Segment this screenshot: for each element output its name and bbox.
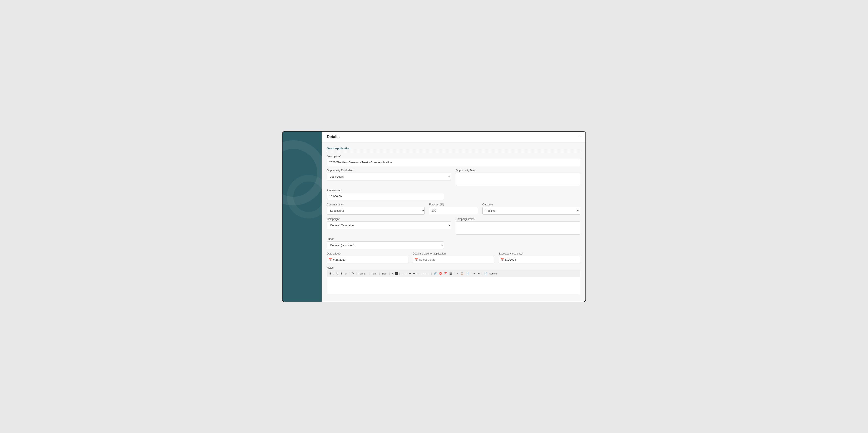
align-justify-icon[interactable]: ≡	[427, 272, 430, 276]
image-icon[interactable]: 🖼	[449, 272, 453, 276]
fund-select[interactable]: General (restricted)	[327, 241, 444, 249]
align-right-icon[interactable]: ≡	[424, 272, 426, 276]
stage-row: Current stage* Successful Forecast (%) O…	[327, 203, 580, 214]
fund-group: Fund* General (restricted)	[327, 237, 580, 249]
undo-icon[interactable]: ↩	[473, 272, 476, 276]
redo-icon[interactable]: ↪	[477, 272, 480, 276]
forecast-input[interactable]	[429, 207, 478, 214]
forecast-label: Forecast (%)	[429, 203, 478, 206]
deadline-input[interactable]	[413, 256, 494, 263]
bullet-list-icon[interactable]: ≡	[405, 272, 407, 276]
emoji-button[interactable]: ☺	[344, 272, 348, 276]
paste-icon[interactable]: 📄	[465, 272, 470, 276]
campaign-items-input[interactable]	[456, 222, 580, 234]
expected-close-wrapper: 📅	[499, 256, 580, 263]
fundraiser-row: Opportunity Fundraiser* Josh Levin Oppor…	[327, 169, 580, 186]
minimize-button[interactable]: –	[578, 135, 580, 139]
description-input[interactable]	[327, 159, 580, 166]
link-icon[interactable]: 🔗	[433, 272, 437, 276]
unlink-icon[interactable]: ⛔	[438, 272, 443, 276]
section-divider	[327, 151, 580, 151]
align-center-icon[interactable]: ≡	[420, 272, 423, 276]
campaign-select[interactable]: General Campaign	[327, 222, 452, 229]
ask-amount-group: Ask amount*	[327, 189, 580, 200]
date-added-wrapper: 📅	[327, 256, 408, 263]
date-added-col: Date added* 📅	[327, 252, 408, 263]
notes-toolbar: B I U S ☺ | Tx | Format -| Font -| Size …	[327, 270, 580, 277]
fundraiser-col: Opportunity Fundraiser* Josh Levin	[327, 169, 452, 186]
outdent-icon[interactable]: ⇤	[412, 272, 416, 276]
format-dropdown[interactable]: Format	[358, 272, 367, 276]
section-grant-application: Grant Application	[327, 147, 580, 151]
dates-row: Date added* 📅 Deadline date for applicat…	[327, 252, 580, 263]
outcome-select[interactable]: Positive	[483, 207, 580, 214]
toolbar-sep-7: |	[431, 272, 432, 275]
description-field-group: Description*	[327, 155, 580, 166]
notes-editor[interactable]	[327, 277, 580, 294]
calendar-icon: 📅	[329, 258, 332, 261]
campaign-items-col: Campaign items	[456, 218, 580, 234]
current-stage-select[interactable]: Successful	[327, 207, 425, 214]
source-button[interactable]: Source	[489, 272, 498, 276]
copy-icon[interactable]: 📋	[460, 272, 464, 276]
opportunity-team-label: Opportunity Team	[456, 169, 580, 172]
outcome-label: Outcome	[483, 203, 580, 206]
content-area: Grant Application Description* Opportuni…	[321, 142, 586, 301]
toolbar-sep-8: |	[454, 272, 455, 275]
expected-close-col: Expected close date* 📅	[499, 252, 580, 263]
toolbar-sep-9: |	[471, 272, 471, 275]
indent-icon[interactable]: ⇥	[408, 272, 412, 276]
calendar-icon-3: 📅	[500, 258, 504, 261]
size-dropdown[interactable]: Size	[381, 272, 387, 276]
campaign-label: Campaign*	[327, 218, 452, 221]
clear-format-button[interactable]: Tx	[351, 272, 354, 275]
fund-label: Fund*	[327, 237, 580, 240]
deadline-wrapper: 📅	[413, 256, 494, 263]
fundraiser-select[interactable]: Josh Levin	[327, 173, 452, 180]
flag-icon[interactable]: 🚩	[443, 272, 448, 276]
deadline-label: Deadline date for application	[413, 252, 494, 255]
outcome-col: Outcome Positive	[483, 203, 580, 214]
toolbar-sep-1: |	[349, 272, 349, 275]
opportunity-team-input[interactable]	[456, 173, 580, 186]
forecast-col: Forecast (%)	[429, 203, 478, 214]
fundraiser-label: Opportunity Fundraiser*	[327, 169, 452, 172]
toolbar-sep-3: -|	[368, 272, 370, 275]
expected-close-input[interactable]	[499, 256, 580, 263]
toolbar-sep-5: -|	[389, 272, 390, 275]
highlight-icon[interactable]: A	[395, 272, 398, 275]
ask-amount-input[interactable]	[327, 193, 444, 200]
page-title: Details	[327, 135, 340, 139]
sidebar	[282, 132, 321, 301]
toolbar-sep-2: |	[356, 272, 356, 275]
strikethrough-button[interactable]: S	[340, 272, 343, 276]
font-dropdown[interactable]: Font	[371, 272, 377, 276]
bold-button[interactable]: B	[329, 272, 332, 276]
align-left-icon[interactable]: ≡	[416, 272, 419, 276]
notes-group: Notes B I U S ☺ | Tx | Format -| Font -|…	[327, 266, 580, 294]
underline-button[interactable]: U	[336, 272, 339, 276]
source-icon[interactable]: 📄	[484, 272, 488, 276]
italic-button[interactable]: I	[333, 272, 335, 276]
calendar-icon-2: 📅	[414, 258, 418, 261]
opportunity-team-col: Opportunity Team	[456, 169, 580, 186]
campaign-items-label: Campaign items	[456, 218, 580, 221]
numbered-list-icon[interactable]: ≡	[401, 272, 404, 276]
current-stage-col: Current stage* Successful	[327, 203, 425, 214]
font-color-icon[interactable]: A	[391, 272, 394, 276]
date-added-label: Date added*	[327, 252, 408, 255]
date-added-input[interactable]	[327, 256, 408, 263]
toolbar-sep-4: -|	[378, 272, 380, 275]
toolbar-sep-10: |	[482, 272, 482, 275]
section-title: Grant Application	[327, 147, 580, 150]
campaign-col: Campaign* General Campaign	[327, 218, 452, 234]
toolbar-sep-6: |	[399, 272, 400, 275]
description-label: Description*	[327, 155, 580, 158]
cut-icon[interactable]: ✂	[456, 272, 459, 276]
main-window: Details – Grant Application Description*…	[282, 131, 586, 302]
header: Details –	[321, 132, 586, 142]
current-stage-label: Current stage*	[327, 203, 425, 206]
campaign-row: Campaign* General Campaign Campaign item…	[327, 218, 580, 234]
expected-close-label: Expected close date*	[499, 252, 580, 255]
notes-label: Notes	[327, 266, 580, 269]
